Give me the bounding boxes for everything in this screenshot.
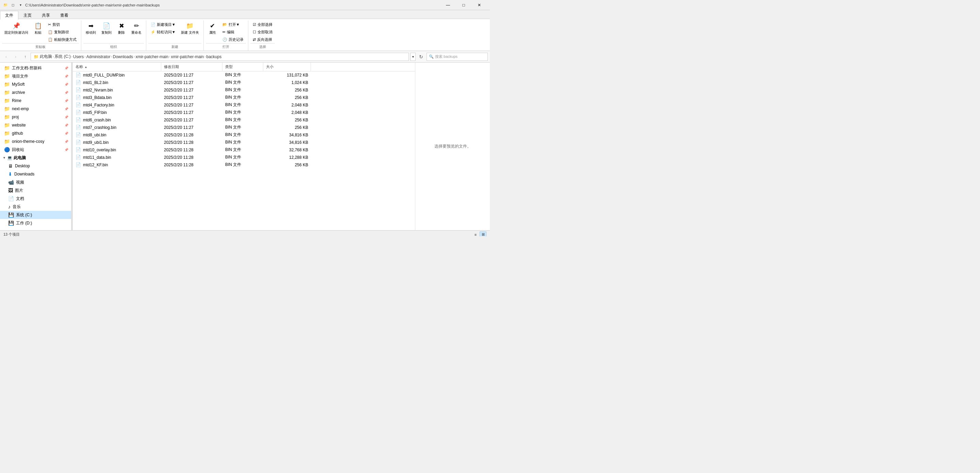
maximize-button[interactable]: □ <box>456 0 471 10</box>
table-row[interactable]: 📄 mtd12_KF.bin 2025/2/20 11:28 BIN 文件 25… <box>73 161 415 169</box>
breadcrumb-pc[interactable]: 此电脑 <box>40 54 52 60</box>
details-view-icon: ⊞ <box>482 232 485 236</box>
address-path[interactable]: 📁 此电脑 › 系统 (C:) › Users › Administrator … <box>30 53 409 61</box>
sidebar-label: 视频 <box>16 179 24 185</box>
breadcrumb-backups[interactable]: backups <box>207 54 222 59</box>
sidebar-item-github[interactable]: 📁 github 📌 <box>0 129 71 137</box>
view-controls: ≡ ⊞ <box>472 232 487 236</box>
file-type: BIN 文件 <box>223 102 263 109</box>
breadcrumb-c[interactable]: 系统 (C:) <box>54 54 70 60</box>
breadcrumb-downloads[interactable]: Downloads <box>113 54 133 59</box>
edit-button[interactable]: ✏ 编辑 <box>220 29 246 36</box>
delete-label: 删除 <box>118 30 125 35</box>
sidebar-item-website[interactable]: 📁 website 📌 <box>0 121 71 129</box>
history-button[interactable]: 🕐 历史记录 <box>220 36 246 43</box>
sidebar-item-pictures[interactable]: 🖼 图片 <box>0 186 71 195</box>
tab-file[interactable]: 文件 <box>0 11 18 20</box>
sidebar-item-music[interactable]: ♪ 音乐 <box>0 203 71 211</box>
up-button[interactable]: ↑ <box>21 53 29 61</box>
sidebar-item-d-drive[interactable]: 💾 工作 (D:) <box>0 219 71 227</box>
file-size: 32,768 KB <box>263 146 311 154</box>
copy-path-icon: 📋 <box>48 30 53 34</box>
sidebar-item-videos[interactable]: 📹 视频 <box>0 178 71 186</box>
easy-access-button[interactable]: ⚡ 轻松访问▼ <box>148 29 178 36</box>
sidebar-item-project-files[interactable]: 📁 项目文件 📌 <box>0 72 71 80</box>
move-to-button[interactable]: ➡ 移动到 <box>83 21 98 37</box>
sidebar-item-mysoft[interactable]: 📁 MySoft 📌 <box>0 80 71 89</box>
col-header-type[interactable]: 类型 <box>223 63 263 71</box>
open-label: 打开 <box>206 43 246 51</box>
list-view-button[interactable]: ≡ <box>472 232 479 236</box>
new-folder-button[interactable]: 📁 新建 文件夹 <box>178 21 201 37</box>
table-row[interactable]: 📄 mtd7_crashlog.bin 2025/2/20 11:27 BIN … <box>73 124 415 131</box>
table-row[interactable]: 📄 mtd11_data.bin 2025/2/20 11:28 BIN 文件 … <box>73 154 415 161</box>
col-header-date[interactable]: 修改日期 <box>161 63 223 71</box>
address-dropdown[interactable]: ▾ <box>410 53 416 61</box>
sidebar-item-next-emp[interactable]: 📁 next-emp 📌 <box>0 105 71 113</box>
col-header-size[interactable]: 大小 <box>263 63 311 71</box>
tab-home[interactable]: 主页 <box>18 11 37 20</box>
minimize-button[interactable]: — <box>440 0 456 10</box>
file-type: BIN 文件 <box>223 116 263 124</box>
file-icon: 📄 <box>75 87 81 92</box>
pin-icon: 📌 <box>64 140 68 143</box>
breadcrumb-xmir1[interactable]: xmir-patcher-main <box>135 54 169 59</box>
ribbon-group-organize: ➡ 移动到 📄 复制到 ✖ 删除 ✏ 重命名 组织 <box>81 21 146 51</box>
paste-button[interactable]: 📋 粘贴 <box>31 21 45 37</box>
drive-icon: 💾 <box>8 212 14 217</box>
sep6: › <box>169 55 170 59</box>
cut-button[interactable]: ✂ 剪切 <box>46 21 79 28</box>
sidebar-item-archive[interactable]: 📁 archive 📌 <box>0 89 71 97</box>
sidebar-item-downloads[interactable]: ⬇ Downloads <box>0 170 71 178</box>
table-row[interactable]: 📄 mtd5_FIP.bin 2025/2/20 11:27 BIN 文件 2,… <box>73 109 415 116</box>
select-all-button[interactable]: ☑ 全部选择 <box>250 21 275 28</box>
select-none-button[interactable]: ☐ 全部取消 <box>250 29 275 36</box>
breadcrumb-users[interactable]: Users <box>73 54 84 59</box>
tab-view[interactable]: 查看 <box>55 11 73 20</box>
table-row[interactable]: 📄 mtd6_crash.bin 2025/2/20 11:27 BIN 文件 … <box>73 116 415 124</box>
sidebar-item-rime[interactable]: 📁 Rime 📌 <box>0 97 71 105</box>
table-row[interactable]: 📄 mtd4_Factory.bin 2025/2/20 11:27 BIN 文… <box>73 102 415 109</box>
delete-button[interactable]: ✖ 删除 <box>115 21 128 37</box>
sidebar-item-c-drive[interactable]: 💾 系统 (C:) <box>0 211 71 219</box>
table-row[interactable]: 📄 mtd10_overlay.bin 2025/2/20 11:28 BIN … <box>73 146 415 154</box>
pin-to-quick-access-button[interactable]: 📌 固定到快速访问 <box>2 21 30 37</box>
sidebar-item-proj[interactable]: 📁 proj 📌 <box>0 113 71 121</box>
sidebar-scroll[interactable]: 📁 工作文档-邢新科 📌 📁 项目文件 📌 📁 MySoft 📌 📁 archi… <box>0 64 71 229</box>
copy-path-button[interactable]: 📋 复制路径 <box>46 29 79 36</box>
invert-select-button[interactable]: ⇄ 反向选择 <box>250 36 275 43</box>
close-button[interactable]: ✕ <box>471 0 487 10</box>
details-view-button[interactable]: ⊞ <box>480 232 487 236</box>
back-button[interactable]: ‹ <box>2 53 10 61</box>
sidebar-item-onion-theme[interactable]: 📁 onion-theme-cosy 📌 <box>0 137 71 146</box>
breadcrumb-admin[interactable]: Administrator <box>86 54 111 59</box>
title-bar: 📁 ◻ ▾ C:\Users\Administrator\Downloads\x… <box>0 0 490 10</box>
paste-shortcut-button[interactable]: 📋 粘贴快捷方式 <box>46 36 79 43</box>
refresh-button[interactable]: ↻ <box>417 53 425 61</box>
file-icon: 📄 <box>75 132 81 137</box>
copy-to-button[interactable]: 📄 复制到 <box>99 21 114 37</box>
sidebar-item-documents[interactable]: 📄 文档 <box>0 195 71 203</box>
table-row[interactable]: 📄 mtd1_BL2.bin 2025/2/20 11:27 BIN 文件 1,… <box>73 79 415 86</box>
table-row[interactable]: 📄 mtd8_ubi.bin 2025/2/20 11:28 BIN 文件 34… <box>73 131 415 139</box>
open-button[interactable]: 📂 打开▼ <box>220 21 246 28</box>
sidebar-item-work-docs[interactable]: 📁 工作文档-邢新科 📌 <box>0 64 71 72</box>
this-pc-header[interactable]: ▼ 💻 此电脑 <box>0 154 71 162</box>
table-row[interactable]: 📄 mtd0_FULL_DUMP.bin 2025/2/20 11:27 BIN… <box>73 71 415 79</box>
table-row[interactable]: 📄 mtd2_Nvram.bin 2025/2/20 11:27 BIN 文件 … <box>73 86 415 94</box>
forward-button[interactable]: › <box>11 53 20 61</box>
new-item-button[interactable]: 📄 新建项目▼ <box>148 21 178 28</box>
col-header-name[interactable]: 名称 ▲ <box>73 63 161 71</box>
pin-icon: 📌 <box>64 115 68 119</box>
sidebar-item-recycle[interactable]: 🔵 回收站 📌 <box>0 146 71 154</box>
rename-button[interactable]: ✏ 重命名 <box>129 21 144 37</box>
sidebar-item-desktop[interactable]: 🖥 Desktop <box>0 162 71 170</box>
new-items: 📄 新建项目▼ ⚡ 轻松访问▼ 📁 新建 文件夹 <box>148 21 201 43</box>
properties-button[interactable]: ✔ 属性 <box>206 21 220 37</box>
breadcrumb-xmir2[interactable]: xmir-patcher-main <box>171 54 204 59</box>
pin-icon: 📌 <box>64 83 68 86</box>
search-box[interactable]: 🔍 搜索 backups <box>426 53 488 61</box>
table-row[interactable]: 📄 mtd3_Bdata.bin 2025/2/20 11:27 BIN 文件 … <box>73 94 415 102</box>
tab-share[interactable]: 共享 <box>37 11 55 20</box>
table-row[interactable]: 📄 mtd9_ubi1.bin 2025/2/20 11:28 BIN 文件 3… <box>73 139 415 146</box>
